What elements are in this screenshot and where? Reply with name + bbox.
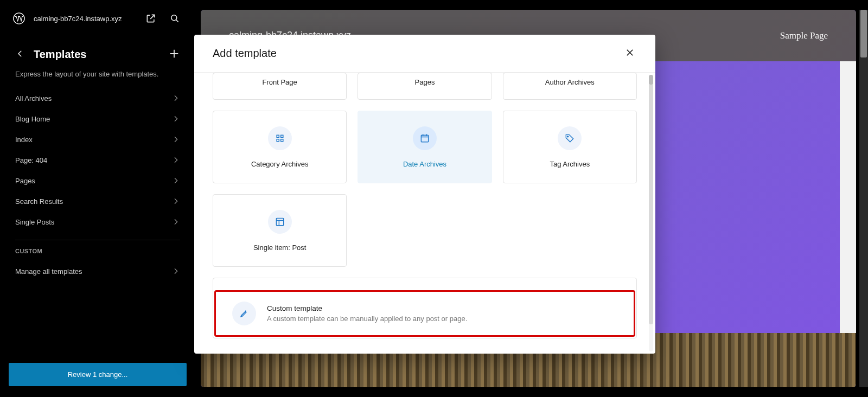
svg-rect-6 — [421, 135, 428, 142]
svg-point-7 — [567, 136, 569, 137]
chevron-right-icon — [171, 176, 180, 185]
custom-template-title: Custom template — [267, 304, 467, 312]
sidebar-item-label: All Archives — [15, 94, 52, 103]
template-list: All Archives Blog Home Index Page: 404 P… — [0, 88, 195, 232]
custom-list: Manage all templates — [0, 261, 195, 281]
sidebar-item-blog-home[interactable]: Blog Home — [7, 108, 189, 129]
tile-category-archives[interactable]: Category Archives — [213, 111, 347, 183]
site-url[interactable]: calming-bb7c24.instawp.xyz — [34, 15, 135, 23]
svg-rect-4 — [277, 139, 279, 141]
chevron-left-icon — [15, 49, 25, 59]
svg-rect-3 — [280, 135, 283, 137]
back-button[interactable] — [13, 47, 27, 62]
svg-point-1 — [171, 15, 177, 21]
chevron-right-icon — [171, 135, 180, 144]
tile-label: Front Page — [263, 78, 297, 86]
sidebar-item-single-posts[interactable]: Single Posts — [7, 212, 189, 232]
sidebar-item-manage-templates[interactable]: Manage all templates — [7, 261, 189, 281]
section-description: Express the layout of your site with tem… — [0, 70, 195, 88]
sidebar-item-search-results[interactable]: Search Results — [7, 191, 189, 212]
scrollbar-track — [649, 75, 653, 324]
tile-custom-template[interactable]: Custom template A custom template can be… — [214, 290, 635, 337]
modal-title: Add template — [213, 47, 277, 60]
add-template-modal: Add template Front Page Pages Author Arc… — [194, 35, 655, 354]
tile-label: Pages — [415, 78, 435, 86]
open-external-button[interactable] — [143, 11, 158, 26]
tile-single-item-post[interactable]: Single item: Post — [213, 194, 347, 267]
modal-header: Add template — [194, 35, 655, 73]
app-root: calming-bb7c24.instawp.xyz Templates Exp… — [0, 0, 868, 397]
pencil-icon — [232, 302, 256, 325]
close-modal-button[interactable] — [623, 46, 637, 61]
section-title: Templates — [34, 48, 166, 61]
external-link-icon — [145, 13, 156, 24]
review-changes-button[interactable]: Review 1 change... — [9, 363, 187, 386]
tile-label: Category Archives — [251, 160, 309, 168]
close-icon — [625, 48, 635, 57]
tile-label: Date Archives — [403, 160, 446, 168]
template-grid: Front Page Pages Author Archives Categor… — [213, 73, 637, 267]
custom-template-text: Custom template A custom template can be… — [267, 304, 467, 323]
modal-scrollbar[interactable] — [649, 75, 653, 351]
divider — [15, 240, 180, 240]
add-template-button[interactable] — [166, 46, 182, 63]
sidebar-item-all-archives[interactable]: All Archives — [7, 88, 189, 108]
sidebar-item-label: Pages — [15, 177, 35, 185]
search-icon — [169, 13, 180, 24]
sidebar-item-index[interactable]: Index — [7, 129, 189, 150]
search-button[interactable] — [167, 11, 182, 26]
sidebar-item-label: Manage all templates — [15, 267, 82, 276]
tile-author-archives[interactable]: Author Archives — [503, 73, 637, 100]
chevron-right-icon — [171, 217, 180, 226]
grid-icon — [268, 126, 292, 150]
chevron-right-icon — [171, 156, 180, 164]
chevron-right-icon — [171, 267, 180, 276]
svg-rect-5 — [280, 139, 283, 141]
calendar-icon — [413, 126, 437, 150]
wordpress-logo-icon[interactable] — [13, 12, 25, 24]
chevron-right-icon — [171, 114, 180, 123]
tile-tag-archives[interactable]: Tag Archives — [503, 111, 637, 183]
sidebar-item-label: Single Posts — [15, 218, 54, 226]
svg-rect-2 — [277, 135, 279, 137]
custom-template-description: A custom template can be manually applie… — [267, 315, 467, 323]
section-header: Templates — [0, 37, 195, 70]
admin-topbar: calming-bb7c24.instawp.xyz — [0, 0, 195, 37]
layout-icon — [268, 210, 292, 234]
sidebar-item-pages[interactable]: Pages — [7, 170, 189, 191]
tile-label: Single item: Post — [253, 244, 307, 252]
sidebar-item-label: Index — [15, 136, 33, 144]
svg-point-0 — [14, 13, 24, 24]
sidebar-item-label: Blog Home — [15, 115, 50, 123]
tile-label: Author Archives — [545, 78, 595, 86]
tile-date-archives[interactable]: Date Archives — [358, 111, 492, 183]
tile-label: Tag Archives — [550, 160, 590, 168]
preview-scrollbar[interactable] — [859, 10, 868, 387]
modal-body: Front Page Pages Author Archives Categor… — [194, 73, 655, 354]
sidebar-item-label: Search Results — [15, 197, 63, 206]
sidebar-item-label: Page: 404 — [15, 156, 47, 164]
plus-icon — [168, 48, 180, 60]
sidebar: calming-bb7c24.instawp.xyz Templates Exp… — [0, 0, 195, 397]
chevron-right-icon — [171, 94, 180, 103]
tile-front-page[interactable]: Front Page — [213, 73, 347, 100]
tile-pages[interactable]: Pages — [358, 73, 492, 100]
custom-heading: CUSTOM — [0, 248, 195, 261]
sidebar-item-page-404[interactable]: Page: 404 — [7, 150, 189, 170]
tag-icon — [558, 126, 582, 150]
svg-rect-8 — [276, 218, 283, 225]
scrollbar-thumb[interactable] — [649, 75, 653, 85]
preview-nav-link[interactable]: Sample Page — [780, 30, 828, 41]
chevron-right-icon — [171, 197, 180, 206]
scrollbar-thumb[interactable] — [860, 10, 867, 57]
